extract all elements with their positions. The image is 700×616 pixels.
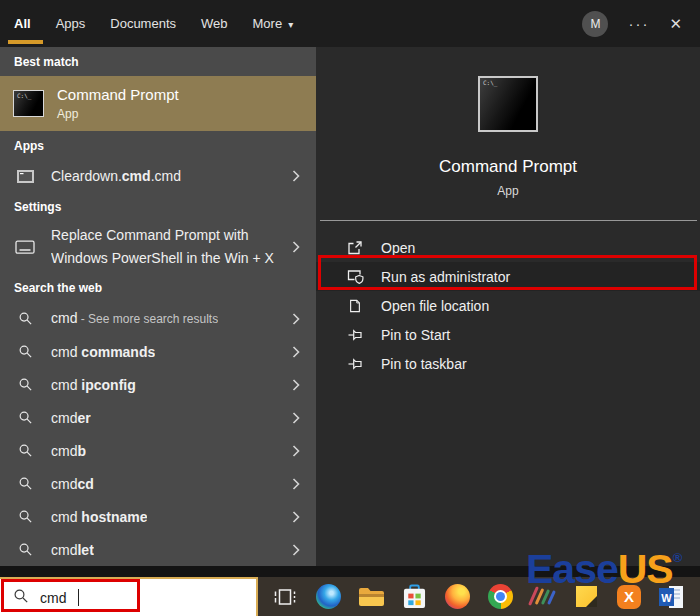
more-options-icon[interactable]: ··· [628,15,649,32]
action-pin-to-taskbar[interactable]: Pin to taskbar [316,349,700,378]
chevron-right-icon[interactable] [292,346,300,358]
search-filter-bar: AllAppsDocumentsWebMore▾ M ··· ✕ [0,0,700,47]
windows-search-overlay: AllAppsDocumentsWebMore▾ M ··· ✕ Best ma… [0,0,700,616]
pin-icon [346,356,364,372]
result-text: cmd ipconfig [51,374,136,396]
close-icon[interactable]: ✕ [669,15,682,33]
search-icon [15,311,35,326]
tab-apps[interactable]: Apps [56,16,86,31]
pin-icon [346,327,364,343]
open-icon [346,240,364,256]
user-avatar[interactable]: M [582,11,608,37]
svg-text:W: W [661,591,672,603]
preview-app-subtitle: App [497,184,518,198]
preview-panel: C:\_ Command Prompt App OpenRun as admin… [316,47,700,566]
section-header-apps: Apps [0,131,316,160]
run-as-admin-icon [346,268,364,285]
search-icon [15,542,35,557]
tab-web[interactable]: Web [201,16,228,31]
search-icon [15,377,35,392]
result-text: cmd hostname [51,506,147,528]
action-pin-to-start[interactable]: Pin to Start [316,320,700,349]
result-text: cmd - See more search results [51,307,218,330]
search-input-value[interactable]: cmd [40,590,66,606]
web-suggestion-item[interactable]: cmd ipconfig [0,368,316,401]
pens-icon[interactable] [530,584,556,610]
chrome-icon[interactable] [487,584,513,610]
web-suggestion-item[interactable]: cmd hostname [0,500,316,533]
result-text: cmdlet [51,539,94,561]
action-label: Run as administrator [381,269,510,285]
result-text: cmder [51,407,91,429]
search-icon [15,410,35,425]
preview-app-title: Command Prompt [439,157,577,177]
chevron-right-icon[interactable] [292,379,300,391]
file-explorer-icon[interactable] [358,584,384,610]
web-suggestion-item[interactable]: cmd - See more search results [0,302,316,335]
text-cursor [78,589,79,606]
chevron-down-icon: ▾ [288,19,293,30]
result-text: Cleardown.cmd.cmd [51,165,181,187]
tab-more[interactable]: More▾ [253,16,294,31]
app-result-item[interactable]: Cleardown.cmd.cmd [0,160,316,192]
cmd-file-icon [15,170,35,183]
search-icon [15,509,35,524]
action-open[interactable]: Open [316,233,700,262]
web-suggestion-item[interactable]: cmder [0,401,316,434]
action-run-as-administrator[interactable]: Run as administrator [316,262,700,291]
result-text: cmdb [51,440,86,462]
command-prompt-icon-large: C:\_ [478,76,538,132]
action-label: Pin to Start [381,327,450,343]
search-icon [13,588,29,608]
tab-documents[interactable]: Documents [110,16,176,31]
web-suggestion-item[interactable]: cmdlet [0,533,316,566]
settings-result-item[interactable]: Replace Command Prompt with Windows Powe… [0,221,316,273]
chevron-right-icon[interactable] [292,544,300,556]
chevron-right-icon[interactable] [292,412,300,424]
action-label: Open file location [381,298,489,314]
taskbar-icons: XW [272,584,685,610]
chevron-right-icon[interactable] [292,478,300,490]
divider [320,220,697,221]
search-icon [15,344,35,359]
edge-icon[interactable] [315,584,341,610]
command-prompt-icon: C:\_ [13,90,44,117]
section-header-best-match: Best match [0,47,316,76]
chevron-right-icon[interactable] [292,445,300,457]
settings-result-line2: Windows PowerShell in the Win + X [51,247,274,270]
word-icon[interactable]: W [659,584,685,610]
microsoft-store-icon[interactable] [401,584,427,610]
result-text: cmdcd [51,473,94,495]
task-view-icon[interactable] [272,584,298,610]
taskbar-search-box[interactable]: cmd [0,577,258,616]
display-icon [15,240,35,255]
best-match-title: Command Prompt [57,86,179,103]
section-header-settings: Settings [0,192,316,221]
best-match-subtitle: App [57,107,179,121]
best-match-item[interactable]: C:\_ Command Prompt App [0,76,316,131]
taskbar: cmd XW [0,577,700,616]
action-open-file-location[interactable]: Open file location [316,291,700,320]
section-header-search-web: Search the web [0,273,316,302]
filter-tabs: AllAppsDocumentsWebMore▾ [0,16,293,31]
action-label: Open [381,240,415,256]
web-suggestion-item[interactable]: cmdb [0,434,316,467]
chevron-right-icon[interactable] [292,170,300,182]
search-icon [15,476,35,491]
tab-all[interactable]: All [14,16,31,31]
result-text: cmd commands [51,341,155,363]
file-location-icon [346,298,364,314]
chevron-right-icon[interactable] [292,313,300,325]
action-label: Pin to taskbar [381,356,467,372]
search-results-area: Best match C:\_ Command Prompt App Apps … [0,47,700,566]
context-actions: OpenRun as administratorOpen file locati… [316,233,700,378]
web-suggestion-item[interactable]: cmdcd [0,467,316,500]
desktop-gap [0,566,700,577]
web-suggestion-item[interactable]: cmd commands [0,335,316,368]
settings-result-line1: Replace Command Prompt with [51,224,274,247]
sticky-notes-icon[interactable] [573,584,599,610]
chevron-right-icon[interactable] [292,511,300,523]
firefox-icon[interactable] [444,584,470,610]
xampp-icon[interactable]: X [616,584,642,610]
chevron-right-icon[interactable] [292,241,300,253]
